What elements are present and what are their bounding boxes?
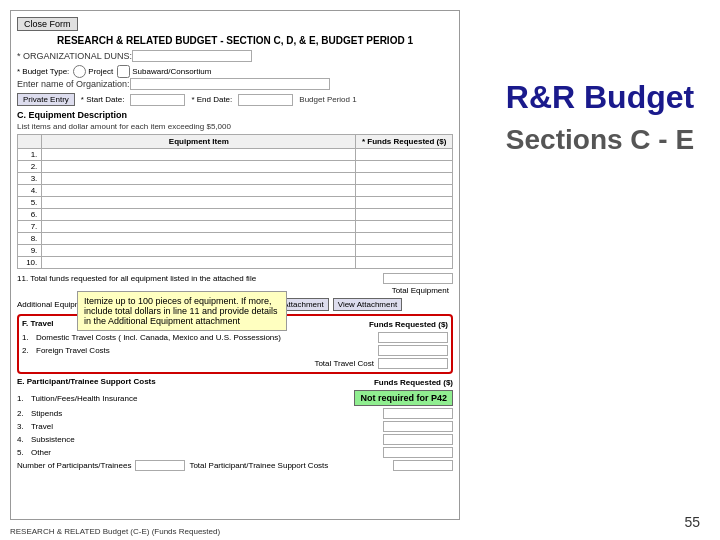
participant-subsistence-input[interactable]: [383, 434, 453, 445]
equip-item-6[interactable]: [46, 210, 351, 219]
equip-funds-10[interactable]: [360, 258, 448, 267]
total-participant-input[interactable]: [393, 460, 453, 471]
participant-totals-row: Number of Participants/Trainees Total Pa…: [17, 460, 453, 471]
participant-row-5: 5. Other: [17, 447, 453, 458]
org-name-row: Enter name of Organization:: [17, 78, 453, 90]
equip-item-7[interactable]: [46, 222, 351, 231]
travel-row1-num: 1.: [22, 333, 36, 342]
table-row: 4.: [18, 185, 453, 197]
participant-row5-label: Other: [31, 448, 383, 457]
not-required-badge: Not required for P42: [354, 390, 453, 406]
travel-row2-num: 2.: [22, 346, 36, 355]
travel-section-label: F. Travel: [22, 319, 54, 328]
section-c-sub: List items and dollar amount for each it…: [17, 122, 453, 131]
duns-input[interactable]: [132, 50, 252, 62]
view-attachment-button[interactable]: View Attachment: [333, 298, 402, 311]
sections-label: Sections C - E: [490, 125, 710, 156]
participant-section: E. Participant/Trainee Support Costs Fun…: [17, 377, 453, 471]
travel-row2-label: Foreign Travel Costs: [36, 346, 378, 355]
date-row: Private Entry * Start Date: * End Date: …: [17, 93, 453, 106]
equip-funds-8[interactable]: [360, 234, 448, 243]
duns-label: * ORGANIZATIONAL DUNS:: [17, 51, 132, 61]
end-date-input[interactable]: [238, 94, 293, 106]
total-travel-input[interactable]: [378, 358, 448, 369]
total-travel-row: Total Travel Cost: [22, 358, 448, 369]
equip-funds-7[interactable]: [360, 222, 448, 231]
travel-domestic-input[interactable]: [378, 332, 448, 343]
participant-row1-label: Tuition/Fees/Health Insurance: [31, 394, 354, 403]
org-name-label: Enter name of Organization:: [17, 79, 130, 89]
table-row: 10.: [18, 257, 453, 269]
num-col-header: [18, 135, 42, 149]
total-equipment-input[interactable]: [383, 273, 453, 284]
participant-row5-num: 5.: [17, 448, 31, 457]
participant-row3-num: 3.: [17, 422, 31, 431]
participant-other-input[interactable]: [383, 447, 453, 458]
equip-funds-3[interactable]: [360, 174, 448, 183]
table-row: 3.: [18, 173, 453, 185]
equip-funds-6[interactable]: [360, 210, 448, 219]
total-participant-label: Total Participant/Trainee Support Costs: [189, 461, 328, 470]
table-row: 6.: [18, 209, 453, 221]
equip-funds-5[interactable]: [360, 198, 448, 207]
funds-col-header: * Funds Requested ($): [356, 135, 453, 149]
project-radio[interactable]: [73, 65, 86, 78]
travel-foreign-input[interactable]: [378, 345, 448, 356]
participant-row3-label: Travel: [31, 422, 383, 431]
subaward-radio-label[interactable]: Subaward/Consortium: [117, 65, 211, 78]
participant-row-4: 4. Subsistence: [17, 434, 453, 445]
equipment-table: Equipment Item * Funds Requested ($) 1. …: [17, 134, 453, 269]
travel-row-2: 2. Foreign Travel Costs: [22, 345, 448, 356]
participant-travel-input[interactable]: [383, 421, 453, 432]
participants-count-label: Number of Participants/Trainees: [17, 461, 131, 470]
travel-row-1: 1. Domestic Travel Costs ( Incl. Canada,…: [22, 332, 448, 343]
equipment-tooltip: Itemize up to 100 pieces of equipment. I…: [77, 291, 287, 331]
participant-header-row: E. Participant/Trainee Support Costs Fun…: [17, 377, 453, 388]
participant-row4-num: 4.: [17, 435, 31, 444]
table-row: 2.: [18, 161, 453, 173]
rr-budget-title: R&R Budget: [490, 80, 710, 115]
participant-funds-header: Funds Requested ($): [374, 378, 453, 387]
start-date-label: * Start Date:: [81, 95, 125, 104]
participant-stipends-input[interactable]: [383, 408, 453, 419]
equipment-col-header: Equipment Item: [42, 135, 356, 149]
equip-funds-2[interactable]: [360, 162, 448, 171]
duns-row: * ORGANIZATIONAL DUNS:: [17, 50, 453, 62]
equip-item-5[interactable]: [46, 198, 351, 207]
equip-funds-9[interactable]: [360, 246, 448, 255]
equip-item-4[interactable]: [46, 186, 351, 195]
participant-row2-label: Stipends: [31, 409, 383, 418]
subaward-label: Subaward/Consortium: [132, 67, 211, 76]
participant-row4-label: Subsistence: [31, 435, 383, 444]
budget-period-label: Budget Period 1: [299, 95, 356, 104]
close-form-button[interactable]: Close Form: [17, 17, 78, 31]
private-entry-button[interactable]: Private Entry: [17, 93, 75, 106]
participant-row2-num: 2.: [17, 409, 31, 418]
total-equipment-label: 11. Total funds requested for all equipm…: [17, 274, 256, 283]
total-travel-label: Total Travel Cost: [314, 359, 374, 368]
equip-item-9[interactable]: [46, 246, 351, 255]
equip-funds-1[interactable]: [360, 150, 448, 159]
equip-item-1[interactable]: [46, 150, 351, 159]
table-row: 5.: [18, 197, 453, 209]
equip-item-10[interactable]: [46, 258, 351, 267]
equip-item-8[interactable]: [46, 234, 351, 243]
end-date-label: * End Date:: [191, 95, 232, 104]
form-footer: RESEARCH & RELATED Budget (C-E) (Funds R…: [10, 527, 220, 536]
participant-row-1: 1. Tuition/Fees/Health Insurance Not req…: [17, 390, 453, 406]
participant-section-label: E. Participant/Trainee Support Costs: [17, 377, 156, 386]
form-container: Close Form RESEARCH & RELATED BUDGET - S…: [10, 10, 460, 520]
equip-funds-4[interactable]: [360, 186, 448, 195]
participants-count-input[interactable]: [135, 460, 185, 471]
equip-item-2[interactable]: [46, 162, 351, 171]
org-name-input[interactable]: [130, 78, 330, 90]
project-radio-label[interactable]: Project: [73, 65, 113, 78]
budget-type-label: * Budget Type:: [17, 67, 69, 76]
page-number: 55: [684, 514, 700, 530]
start-date-input[interactable]: [130, 94, 185, 106]
equip-item-3[interactable]: [46, 174, 351, 183]
participant-row-3: 3. Travel: [17, 421, 453, 432]
project-label: Project: [88, 67, 113, 76]
participant-row1-num: 1.: [17, 394, 31, 403]
subaward-checkbox[interactable]: [117, 65, 130, 78]
